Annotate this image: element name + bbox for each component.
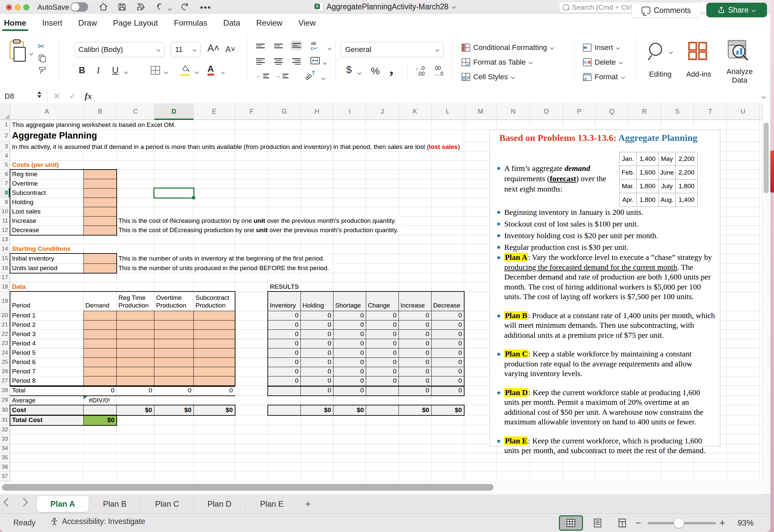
font-size-select[interactable]: 11	[171, 42, 201, 57]
underline-button[interactable]: U	[112, 65, 119, 76]
cell-J23[interactable]: 0	[366, 339, 398, 348]
tab-data[interactable]: Data	[223, 17, 241, 29]
zoom-out-button[interactable]: −	[635, 517, 641, 529]
row-header-3[interactable]: 3	[0, 142, 10, 152]
cell-A10[interactable]: Lost sales	[10, 207, 83, 216]
row-header-11[interactable]: 11	[0, 216, 10, 226]
cell-L21[interactable]: 0	[431, 320, 464, 329]
prev-sheet-icon[interactable]	[3, 498, 12, 507]
cell-J21[interactable]: 0	[366, 320, 398, 329]
cell-I28[interactable]: 0	[333, 385, 366, 395]
cell-G21[interactable]: 0	[268, 320, 301, 329]
row-header-13[interactable]: 13	[0, 235, 10, 244]
comments-button[interactable]: Comments	[631, 3, 701, 18]
cell-G22[interactable]: 0	[268, 329, 301, 339]
horizontal-scrollbar[interactable]	[0, 481, 762, 494]
cell-J19[interactable]: Change	[366, 291, 398, 311]
cell-A8[interactable]: Subcontract	[10, 188, 83, 198]
cell-G27[interactable]: 0	[268, 376, 301, 385]
font-color-icon[interactable]: A	[208, 64, 214, 74]
cell-H26[interactable]: 0	[301, 367, 333, 376]
formula-bar-expand-icon[interactable]	[762, 95, 766, 99]
cell-I20[interactable]: 0	[333, 311, 366, 320]
cell-L20[interactable]: 0	[431, 311, 464, 320]
merge-chevron-icon[interactable]	[323, 61, 327, 65]
cell-E19[interactable]: Subcontract Production	[193, 291, 235, 311]
row-header-5[interactable]: 5	[0, 160, 10, 170]
col-header-M[interactable]: M	[464, 103, 497, 120]
cell-H28[interactable]: 0	[301, 385, 333, 395]
sheet-tab-plan-c[interactable]: Plan C	[141, 498, 193, 510]
cell-A15[interactable]: Initial inventory	[10, 254, 83, 264]
row-header-20[interactable]: 20	[0, 311, 10, 320]
vertical-scrollbar[interactable]	[762, 120, 770, 494]
cell-H25[interactable]: 0	[301, 357, 333, 367]
fill-color-icon[interactable]	[180, 65, 190, 75]
row-header-2[interactable]: 2	[0, 130, 10, 142]
row-header-25[interactable]: 25	[0, 357, 10, 367]
cell-B19[interactable]: Demand	[83, 291, 116, 311]
cell-C28[interactable]: 0	[116, 385, 154, 395]
cell-K23[interactable]: 0	[398, 339, 431, 348]
col-header-B[interactable]: B	[84, 103, 117, 120]
currency-chevron-icon[interactable]	[358, 71, 362, 75]
cell-B31[interactable]: $0	[83, 415, 116, 425]
col-header-G[interactable]: G	[268, 103, 301, 120]
cell-A18[interactable]: Data	[10, 282, 83, 291]
cell-J26[interactable]: 0	[366, 367, 398, 376]
cell-G24[interactable]: 0	[268, 348, 301, 357]
col-header-J[interactable]: J	[366, 103, 399, 120]
row-header-32[interactable]: 32	[0, 425, 10, 434]
normal-view-button[interactable]	[559, 515, 583, 531]
row-header-37[interactable]: 37	[0, 472, 10, 481]
cell-C16[interactable]: This is the number of units produced in …	[116, 264, 333, 273]
cell-D30[interactable]: $0	[154, 405, 193, 415]
row-header-14[interactable]: 14	[0, 244, 10, 254]
sheet-tab-plan-d[interactable]: Plan D	[193, 498, 246, 510]
cell-L22[interactable]: 0	[431, 329, 464, 339]
col-header-L[interactable]: L	[431, 103, 464, 120]
decrease-indent-icon[interactable]: ←	[256, 73, 269, 79]
row-header-12[interactable]: 12	[0, 226, 10, 235]
cell-K19[interactable]: Increase	[398, 291, 431, 311]
paste-button[interactable]	[8, 39, 27, 69]
cell-I27[interactable]: 0	[333, 376, 366, 385]
cell-I19[interactable]: Shortage	[333, 291, 366, 311]
tab-home[interactable]: Home	[3, 17, 27, 29]
column-headers[interactable]: ABCDEFGHIJKLMNOPQRSTU	[0, 103, 762, 120]
cell-K30[interactable]: $0	[398, 405, 431, 415]
col-header-H[interactable]: H	[301, 103, 334, 120]
align-center-icon[interactable]	[274, 57, 283, 64]
align-left-icon[interactable]	[256, 57, 265, 64]
align-top-icon[interactable]	[256, 43, 265, 49]
cell-D28[interactable]: 0	[154, 385, 193, 395]
editing-button[interactable]	[646, 41, 667, 63]
add-ins-button[interactable]	[688, 41, 708, 62]
align-right-icon[interactable]	[292, 57, 301, 64]
font-name-select[interactable]: Calibri (Body)	[74, 42, 165, 57]
increase-font-icon[interactable]: A˄	[208, 43, 220, 54]
wrap-text-chevron-icon[interactable]	[328, 46, 332, 50]
cell-A23[interactable]: Period 4	[10, 339, 83, 348]
home-icon[interactable]	[99, 2, 109, 12]
cell-G19[interactable]: Inventory	[268, 291, 301, 311]
row-header-23[interactable]: 23	[0, 339, 10, 348]
cell-J27[interactable]: 0	[366, 376, 398, 385]
cell-C30[interactable]: $0	[116, 405, 154, 415]
font-color-chevron-icon[interactable]	[221, 70, 225, 74]
cell-A20[interactable]: Period 1	[10, 311, 83, 320]
cell-K26[interactable]: 0	[398, 367, 431, 376]
wrap-text-icon[interactable]: abc↩	[311, 41, 318, 51]
tab-formulas[interactable]: Formulas	[173, 17, 208, 29]
row-header-28[interactable]: 28	[0, 385, 10, 395]
cell-H24[interactable]: 0	[301, 348, 333, 357]
row-headers[interactable]: 1234567891011121314151617181920212223242…	[0, 120, 10, 481]
cell-L25[interactable]: 0	[431, 357, 464, 367]
merge-center-icon[interactable]	[310, 57, 320, 66]
row-header-21[interactable]: 21	[0, 320, 10, 329]
redo-icon[interactable]	[180, 2, 190, 12]
cell-A26[interactable]: Period 7	[10, 367, 83, 376]
col-header-F[interactable]: F	[235, 103, 268, 120]
share-button[interactable]: Share	[706, 3, 767, 17]
sheet-tab-plan-b[interactable]: Plan B	[89, 498, 141, 510]
